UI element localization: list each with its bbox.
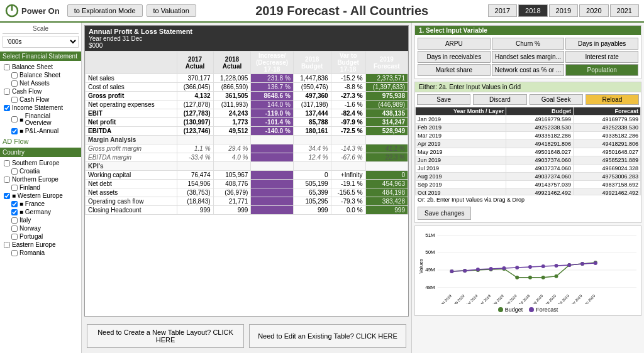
pl-annual-checkbox[interactable] xyxy=(11,128,18,134)
data-table-row: Apr 201949418291.80649418291.806 xyxy=(416,140,641,148)
forecast-dot-10 xyxy=(567,263,571,267)
norway-checkbox[interactable] xyxy=(11,225,18,232)
sidebar-item-income-statement[interactable]: Income Statement xyxy=(3,104,79,112)
population-button[interactable]: Population xyxy=(565,64,638,76)
sidebar-item-croatia[interactable]: Croatia xyxy=(10,167,79,175)
forecast-dot-6 xyxy=(515,266,519,269)
sidebar-item-italy[interactable]: Italy xyxy=(10,216,79,224)
cash-flow-checkbox[interactable] xyxy=(4,89,10,95)
discard-button[interactable]: Discard xyxy=(473,94,526,105)
croatia-checkbox[interactable] xyxy=(11,168,18,175)
balance-sheet-sub: Balance Sheet Net Assets xyxy=(10,71,79,87)
input-var-grid: ARPU Churn % Days in payables Days in re… xyxy=(415,35,641,79)
sidebar-item-cash-flow[interactable]: Cash Flow xyxy=(3,87,79,95)
sidebar-item-germany[interactable]: ■ Germany xyxy=(10,208,79,216)
goal-seek-button[interactable]: Goal Seek xyxy=(530,94,583,105)
sidebar-item-romania[interactable]: Romania xyxy=(10,249,79,257)
year-tab-2021[interactable]: 2021 xyxy=(610,4,639,17)
reload-button[interactable]: Reload xyxy=(586,94,639,105)
x-label-oct: Oct 2019 xyxy=(557,293,570,304)
monthly-data-table: Year Month / Layer Budget Forecast Jan 2… xyxy=(415,107,641,195)
network-cost-button[interactable]: Network cost as % or ... xyxy=(492,64,565,76)
cash-flow-sub-checkbox[interactable] xyxy=(11,97,18,103)
sidebar-item-net-assets[interactable]: Net Assets xyxy=(10,79,79,87)
valuation-button[interactable]: to Valuation xyxy=(147,4,196,17)
forecast-legend: Forecast xyxy=(529,307,558,313)
ad-flow-label: AD Flow xyxy=(3,138,79,145)
forecast-dot-7 xyxy=(528,265,532,269)
germany-checkbox[interactable] xyxy=(11,209,18,215)
exploration-mode-button[interactable]: to Exploration Mode xyxy=(67,4,143,17)
create-table-button[interactable]: Need to Create a New Table Layout? CLICK… xyxy=(87,324,244,348)
arpu-button[interactable]: ARPU xyxy=(418,38,491,50)
eastern-europe-checkbox[interactable] xyxy=(4,242,10,248)
scale-label: Scale xyxy=(3,25,79,34)
table-row: EBITDA margin-33.4 %4.0 %12.4 %-67.6 %22… xyxy=(86,153,408,162)
country-section[interactable]: Country xyxy=(0,148,81,157)
balance-sheet-checkbox[interactable] xyxy=(4,64,10,70)
france-checkbox[interactable] xyxy=(11,201,18,207)
finland-checkbox[interactable] xyxy=(11,185,18,191)
income-statement-sub: ■ Financial Overview ■ P&L-Annual xyxy=(10,112,79,135)
sidebar-item-balance-sheet-sub[interactable]: Balance Sheet xyxy=(10,71,79,79)
table-header-info: Annual Profit & Loss Statement Year ende… xyxy=(85,26,408,51)
days-receivables-button[interactable]: Days in receivables xyxy=(418,51,491,63)
balance-sheet-sub-checkbox[interactable] xyxy=(11,72,18,79)
x-label-jan: Jan 2019 xyxy=(439,293,453,304)
sidebar-item-cash-flow-sub[interactable]: Cash Flow xyxy=(10,95,79,104)
scale-select[interactable]: '000s Units Millions xyxy=(3,36,79,48)
year-tab-2018[interactable]: 2018 xyxy=(518,4,547,17)
romania-checkbox[interactable] xyxy=(11,250,18,256)
forecast-dot-5 xyxy=(502,266,506,270)
market-share-button[interactable]: Market share xyxy=(418,64,491,76)
sidebar-item-norway[interactable]: Norway xyxy=(10,224,79,232)
sidebar-item-eastern-europe[interactable]: Eastern Europe xyxy=(3,241,79,249)
table-row: EBIT(127,783)24,243-119.0 %137,444-82.4 … xyxy=(86,109,408,118)
sidebar-item-northern-europe[interactable]: Northern Europe xyxy=(3,175,79,183)
income-statement-checkbox[interactable] xyxy=(4,105,10,111)
select-financial-section[interactable]: Select Financial Statement xyxy=(0,52,81,61)
portugal-checkbox[interactable] xyxy=(11,234,18,240)
sidebar-item-pl-annual[interactable]: ■ P&L-Annual xyxy=(10,127,79,135)
forecast-legend-dot xyxy=(529,307,534,312)
data-table-row: Aug 201949037374.06049753006.283 xyxy=(416,173,641,181)
days-payables-button[interactable]: Days in payables xyxy=(565,38,638,50)
table-row: Net assets(38,753)(36,979)65,399-156.5 %… xyxy=(86,188,408,197)
col-year-month: Year Month / Layer xyxy=(416,107,506,116)
budget-dot-9 xyxy=(555,274,558,278)
col-header-increase: Increase/(Decrease)17-18 xyxy=(251,52,293,74)
sidebar-item-portugal[interactable]: Portugal xyxy=(10,232,79,241)
year-tab-2020[interactable]: 2020 xyxy=(579,4,608,17)
or-label: Or: 2b. Enter Input Values via Drag & Dr… xyxy=(415,195,641,204)
x-label-mar: Mar 2019 xyxy=(465,293,479,304)
table-row: Operating cash flow(18,843)21,771105,295… xyxy=(86,197,408,206)
italy-checkbox[interactable] xyxy=(11,217,18,224)
sidebar-item-france[interactable]: ■ France xyxy=(10,200,79,208)
edit-table-button[interactable]: Need to Edit an Existing Table? CLICK HE… xyxy=(249,324,406,348)
save-button[interactable]: Save xyxy=(417,94,470,105)
data-table-row: Jun 201949037374.06049585231.889 xyxy=(416,156,641,165)
sidebar-item-finland[interactable]: Finland xyxy=(10,183,79,192)
southern-europe-checkbox[interactable] xyxy=(4,160,10,166)
sidebar-item-balance-sheet[interactable]: Balance Sheet xyxy=(3,63,79,71)
x-label-feb: Feb 2019 xyxy=(452,293,465,304)
year-tab-2017[interactable]: 2017 xyxy=(488,4,517,17)
financial-table-wrapper: Annual Profit & Loss Statement Year ende… xyxy=(84,25,409,317)
financial-overview-checkbox[interactable] xyxy=(11,116,18,122)
interest-rate-button[interactable]: Interest rate xyxy=(565,51,638,63)
sidebar-item-financial-overview[interactable]: ■ Financial Overview xyxy=(10,112,79,127)
center-content: Annual Profit & Loss Statement Year ende… xyxy=(82,23,411,353)
budget-dot-7 xyxy=(528,276,532,280)
net-assets-checkbox[interactable] xyxy=(11,80,18,87)
northern-europe-checkbox[interactable] xyxy=(4,176,10,183)
save-changes-button[interactable]: Save changes xyxy=(418,207,471,220)
table-row: Gross profit4,132361,5058648.6 %497,360-… xyxy=(86,92,408,100)
year-tab-2019[interactable]: 2019 xyxy=(549,4,578,17)
churn-button[interactable]: Churn % xyxy=(492,38,565,50)
y-label-51m: 51M xyxy=(425,232,435,238)
sidebar-item-western-europe[interactable]: ■ Western Europe xyxy=(3,192,79,200)
sidebar-item-southern-europe[interactable]: Southern Europe xyxy=(3,159,79,167)
handset-sales-button[interactable]: Handset sales margin... xyxy=(492,51,565,63)
table-unit: $000 xyxy=(89,42,404,49)
western-europe-checkbox[interactable] xyxy=(4,193,10,199)
